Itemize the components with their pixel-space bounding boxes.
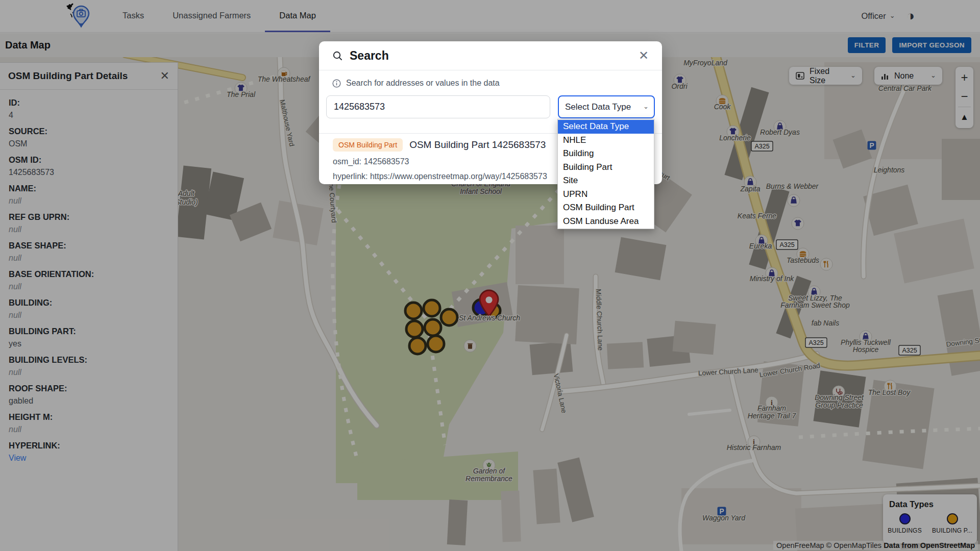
dropdown-option[interactable]: Site [558,174,654,188]
data-type-select[interactable]: Select Data Type ⌄ [558,95,655,118]
chevron-down-icon: ⌄ [643,103,649,110]
search-hint: Search for addresses or values in the da… [332,79,649,88]
dropdown-option[interactable]: UPRN [558,188,654,202]
search-icon [332,51,343,61]
close-icon[interactable]: ✕ [639,49,649,62]
result-title: OSM Building Part 1425683573 [409,139,546,151]
dropdown-option[interactable]: OSM Landuse Area [558,215,654,229]
search-modal-title: Search [350,49,632,63]
search-controls: Select Data Type ⌄ [319,95,662,118]
search-input[interactable] [326,95,550,118]
dropdown-option[interactable]: NHLE [558,134,654,147]
data-type-select-value: Select Data Type [565,102,643,112]
dropdown-option[interactable]: Building [558,147,654,161]
data-type-dropdown-list: Select Data Type NHLE Building Building … [557,119,654,229]
search-modal-header: Search ✕ [319,41,662,70]
result-type-badge: OSM Building Part [333,138,403,152]
search-hint-text: Search for addresses or values in the da… [346,79,500,88]
dropdown-option[interactable]: Select Data Type [558,120,654,134]
info-icon [332,79,341,88]
app-root: i P [0,0,980,551]
dropdown-option[interactable]: Building Part [558,161,654,174]
dropdown-option[interactable]: OSM Building Part [558,201,654,215]
